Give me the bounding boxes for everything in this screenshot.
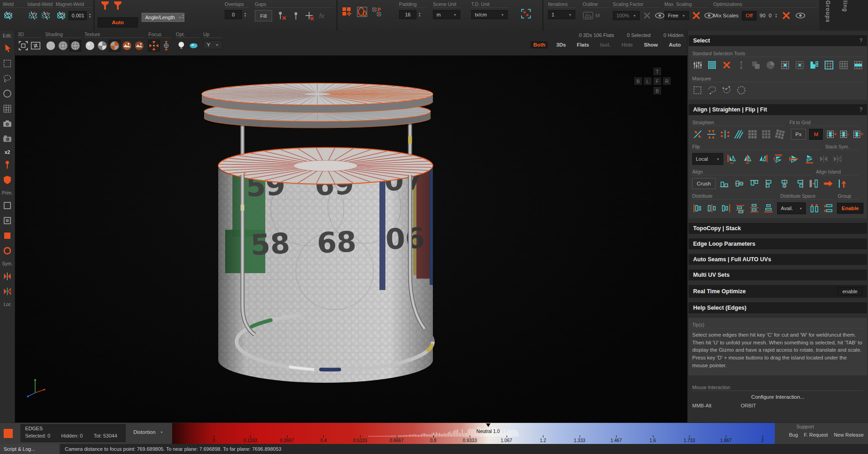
help-icon[interactable]: ? (859, 37, 863, 44)
x2-tool[interactable]: x2 (5, 149, 10, 155)
pin-delete-icon[interactable] (277, 11, 288, 21)
filter-hide[interactable]: Hide (619, 41, 636, 48)
arrow-up-orange-icon[interactable] (837, 178, 848, 189)
dist-v-b-icon[interactable] (749, 203, 760, 214)
bulb-icon[interactable] (176, 40, 187, 51)
sphere-tex-icon[interactable] (84, 40, 95, 51)
cut-funnel-icon[interactable] (100, 0, 110, 11)
squares-dim-icon[interactable] (751, 60, 761, 70)
straight-c-icon[interactable] (720, 129, 731, 140)
magnet-weld-threshold[interactable]: 0.001 (68, 11, 87, 20)
x-red-icon[interactable] (781, 10, 792, 21)
marquee-rect-icon[interactable] (692, 85, 703, 95)
auto-seams-section-header[interactable]: Auto Seams | Full AUTO UVs (689, 254, 867, 265)
tab-tiling[interactable]: ling (842, 0, 848, 31)
script-log-tab[interactable]: Script & Log... (0, 444, 59, 454)
eye-icon[interactable] (654, 10, 665, 21)
grid-dot-cyan-icon[interactable] (794, 60, 805, 70)
swap-view-icon[interactable] (30, 40, 41, 51)
fliph-orange-b-icon[interactable] (2, 286, 12, 296)
flip-l-icon[interactable] (726, 153, 737, 164)
fx-icon[interactable]: fx (318, 11, 329, 21)
cut-mode-spinner[interactable]: ▲▼ (182, 14, 184, 19)
optimizations-off-button[interactable]: Off (742, 11, 757, 21)
rect-a-icon[interactable] (2, 201, 12, 211)
fit-view-icon[interactable] (18, 40, 29, 51)
eye-icon[interactable] (795, 10, 806, 21)
eq-sliders-icon[interactable] (692, 60, 703, 70)
padding-spinner[interactable]: ▲▼ (418, 12, 421, 17)
pack-brackets-icon[interactable] (521, 8, 531, 19)
td-unit-dropdown[interactable]: tx/cm▼ (471, 10, 508, 19)
align-vc-icon[interactable] (779, 178, 790, 189)
filter-3ds[interactable]: 3Ds (553, 41, 568, 48)
sphere-wire-icon[interactable] (58, 40, 68, 51)
rect-orange-icon[interactable] (2, 231, 12, 241)
camera-icon[interactable] (2, 119, 12, 129)
distspace-v-icon[interactable] (823, 203, 834, 214)
sphere-checker-icon[interactable] (97, 40, 108, 51)
focus-icon[interactable] (148, 40, 159, 51)
neutral-marker[interactable]: Neutral 1.0 (476, 423, 500, 434)
island-weld-icon[interactable] (27, 10, 38, 21)
stacksym-b-icon[interactable] (832, 153, 843, 164)
max-scaling-dropdown[interactable]: Free▼ (664, 11, 689, 20)
cut-mode-dropdown[interactable]: Angle/Length▼ (142, 13, 184, 22)
navcube-top[interactable]: T (653, 68, 661, 75)
crush-button[interactable]: Crush (692, 178, 715, 189)
filter-isolate[interactable]: Isol. (597, 41, 613, 48)
distspace-h-icon[interactable] (809, 203, 820, 214)
cut-funnel-b-icon[interactable] (112, 0, 123, 11)
weld-icon[interactable] (3, 10, 14, 21)
fit-px-button[interactable]: Px (791, 129, 806, 140)
pin-icon[interactable] (290, 11, 301, 21)
filter-show[interactable]: Show (641, 41, 661, 48)
grid-outline-cyan-icon[interactable] (824, 60, 834, 70)
x-dim-icon[interactable] (642, 10, 652, 21)
lasso-icon[interactable] (2, 74, 12, 84)
up-axis-dropdown[interactable]: Y▼ (203, 40, 222, 49)
sphere-img-b-icon[interactable] (134, 40, 145, 51)
stacksym-a-icon[interactable] (818, 153, 829, 164)
marquee-rect-icon[interactable] (2, 58, 12, 69)
dist-v-a-icon[interactable] (735, 203, 746, 214)
marquee-lasso-icon[interactable] (707, 85, 717, 95)
select-section-header[interactable]: Select ? (689, 35, 867, 46)
x-red-icon[interactable] (691, 10, 702, 21)
align-vl-icon[interactable] (764, 178, 775, 189)
navcube-bottom[interactable]: B (653, 87, 661, 95)
sphere-wire-icon[interactable] (70, 40, 81, 51)
fliph-orange-icon[interactable] (2, 271, 12, 281)
marquee-circle-icon[interactable] (736, 85, 747, 95)
group-enable-button[interactable]: Enable (837, 203, 863, 214)
overlaps-value[interactable]: 0 (225, 10, 242, 19)
topocopy-section-header[interactable]: TopoCopy | Stack (689, 223, 867, 234)
arrow-v-dim-icon[interactable] (736, 60, 747, 70)
rto-enable-button[interactable]: enable (837, 287, 863, 296)
ring-orange-icon[interactable] (2, 246, 12, 256)
filter-both[interactable]: Both (531, 41, 548, 48)
align-hb-icon[interactable] (719, 178, 730, 189)
viewport-3d[interactable]: T B L F R B (15, 56, 687, 422)
lines-diag-icon[interactable] (733, 129, 744, 140)
fit-m-button[interactable]: M (809, 129, 823, 140)
shield-orange-icon[interactable] (2, 175, 12, 185)
optimizations-value2[interactable]: 0 (768, 13, 771, 18)
gridfit-eq-icon[interactable]: = (852, 129, 863, 140)
outline-m-toggle[interactable]: M (595, 13, 600, 18)
pack-p-icon[interactable]: P (372, 6, 383, 17)
navcube-right[interactable]: R (663, 77, 671, 85)
fill-button[interactable]: Fill (255, 10, 272, 21)
optimizations-angle-value[interactable]: 90 (760, 13, 766, 18)
rect-b-icon[interactable] (2, 216, 12, 226)
marquee-poly-icon[interactable] (721, 85, 732, 95)
pin-orange-icon[interactable] (2, 160, 12, 170)
eye-icon[interactable] (704, 10, 715, 21)
overlaps-spinner[interactable]: ▲▼ (244, 12, 247, 17)
straight-b-icon[interactable] (706, 129, 717, 140)
dist-h-b-icon[interactable] (706, 203, 717, 214)
flipv-t-icon[interactable] (773, 153, 784, 164)
configure-interaction-link[interactable]: Configure Interaction... (689, 391, 867, 401)
sphere-checker-icon[interactable] (109, 40, 120, 51)
focus-all-icon[interactable] (161, 40, 172, 51)
